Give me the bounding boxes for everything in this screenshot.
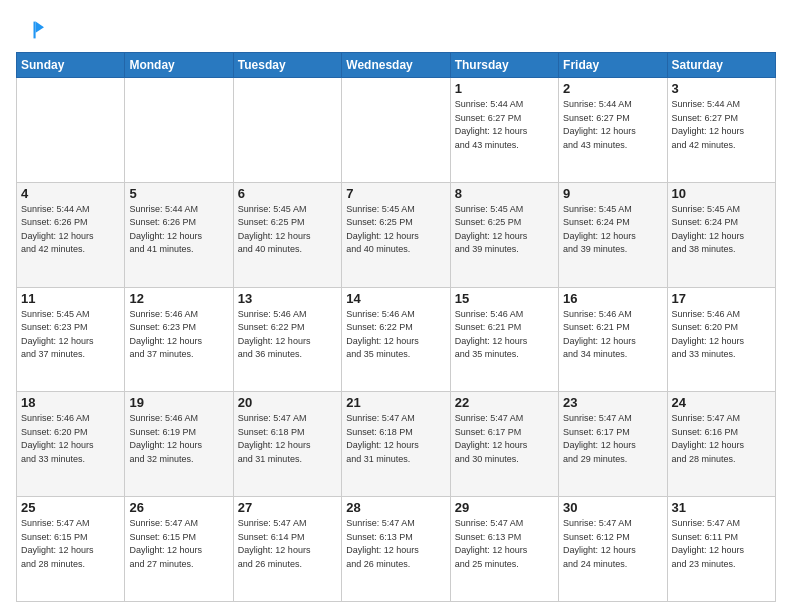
day-number: 9 xyxy=(563,186,662,201)
day-cell: 5Sunrise: 5:44 AM Sunset: 6:26 PM Daylig… xyxy=(125,182,233,287)
day-info: Sunrise: 5:46 AM Sunset: 6:19 PM Dayligh… xyxy=(129,412,228,466)
day-cell: 23Sunrise: 5:47 AM Sunset: 6:17 PM Dayli… xyxy=(559,392,667,497)
day-cell: 20Sunrise: 5:47 AM Sunset: 6:18 PM Dayli… xyxy=(233,392,341,497)
day-cell: 3Sunrise: 5:44 AM Sunset: 6:27 PM Daylig… xyxy=(667,78,775,183)
day-number: 3 xyxy=(672,81,771,96)
day-cell: 27Sunrise: 5:47 AM Sunset: 6:14 PM Dayli… xyxy=(233,497,341,602)
day-info: Sunrise: 5:47 AM Sunset: 6:17 PM Dayligh… xyxy=(455,412,554,466)
weekday-thursday: Thursday xyxy=(450,53,558,78)
day-info: Sunrise: 5:47 AM Sunset: 6:15 PM Dayligh… xyxy=(129,517,228,571)
header xyxy=(16,16,776,44)
weekday-sunday: Sunday xyxy=(17,53,125,78)
weekday-header-row: SundayMondayTuesdayWednesdayThursdayFrid… xyxy=(17,53,776,78)
day-number: 26 xyxy=(129,500,228,515)
day-cell: 19Sunrise: 5:46 AM Sunset: 6:19 PM Dayli… xyxy=(125,392,233,497)
week-row-2: 4Sunrise: 5:44 AM Sunset: 6:26 PM Daylig… xyxy=(17,182,776,287)
week-row-3: 11Sunrise: 5:45 AM Sunset: 6:23 PM Dayli… xyxy=(17,287,776,392)
day-number: 21 xyxy=(346,395,445,410)
page: SundayMondayTuesdayWednesdayThursdayFrid… xyxy=(0,0,792,612)
day-cell: 2Sunrise: 5:44 AM Sunset: 6:27 PM Daylig… xyxy=(559,78,667,183)
day-cell: 17Sunrise: 5:46 AM Sunset: 6:20 PM Dayli… xyxy=(667,287,775,392)
day-number: 8 xyxy=(455,186,554,201)
weekday-saturday: Saturday xyxy=(667,53,775,78)
day-cell: 25Sunrise: 5:47 AM Sunset: 6:15 PM Dayli… xyxy=(17,497,125,602)
day-number: 4 xyxy=(21,186,120,201)
day-number: 23 xyxy=(563,395,662,410)
day-number: 30 xyxy=(563,500,662,515)
day-info: Sunrise: 5:47 AM Sunset: 6:17 PM Dayligh… xyxy=(563,412,662,466)
day-number: 27 xyxy=(238,500,337,515)
day-info: Sunrise: 5:46 AM Sunset: 6:23 PM Dayligh… xyxy=(129,308,228,362)
day-info: Sunrise: 5:45 AM Sunset: 6:24 PM Dayligh… xyxy=(563,203,662,257)
day-number: 11 xyxy=(21,291,120,306)
day-cell xyxy=(233,78,341,183)
day-info: Sunrise: 5:46 AM Sunset: 6:21 PM Dayligh… xyxy=(563,308,662,362)
day-cell: 16Sunrise: 5:46 AM Sunset: 6:21 PM Dayli… xyxy=(559,287,667,392)
day-cell: 18Sunrise: 5:46 AM Sunset: 6:20 PM Dayli… xyxy=(17,392,125,497)
day-number: 13 xyxy=(238,291,337,306)
day-cell: 30Sunrise: 5:47 AM Sunset: 6:12 PM Dayli… xyxy=(559,497,667,602)
day-info: Sunrise: 5:45 AM Sunset: 6:25 PM Dayligh… xyxy=(455,203,554,257)
day-number: 7 xyxy=(346,186,445,201)
day-cell: 10Sunrise: 5:45 AM Sunset: 6:24 PM Dayli… xyxy=(667,182,775,287)
day-info: Sunrise: 5:45 AM Sunset: 6:23 PM Dayligh… xyxy=(21,308,120,362)
day-cell: 14Sunrise: 5:46 AM Sunset: 6:22 PM Dayli… xyxy=(342,287,450,392)
day-cell: 6Sunrise: 5:45 AM Sunset: 6:25 PM Daylig… xyxy=(233,182,341,287)
day-cell: 7Sunrise: 5:45 AM Sunset: 6:25 PM Daylig… xyxy=(342,182,450,287)
day-info: Sunrise: 5:46 AM Sunset: 6:20 PM Dayligh… xyxy=(21,412,120,466)
weekday-wednesday: Wednesday xyxy=(342,53,450,78)
day-number: 16 xyxy=(563,291,662,306)
day-info: Sunrise: 5:44 AM Sunset: 6:26 PM Dayligh… xyxy=(21,203,120,257)
day-number: 6 xyxy=(238,186,337,201)
day-number: 18 xyxy=(21,395,120,410)
calendar-table: SundayMondayTuesdayWednesdayThursdayFrid… xyxy=(16,52,776,602)
day-info: Sunrise: 5:45 AM Sunset: 6:25 PM Dayligh… xyxy=(346,203,445,257)
day-number: 22 xyxy=(455,395,554,410)
day-info: Sunrise: 5:45 AM Sunset: 6:24 PM Dayligh… xyxy=(672,203,771,257)
day-info: Sunrise: 5:47 AM Sunset: 6:14 PM Dayligh… xyxy=(238,517,337,571)
day-cell: 4Sunrise: 5:44 AM Sunset: 6:26 PM Daylig… xyxy=(17,182,125,287)
day-info: Sunrise: 5:46 AM Sunset: 6:22 PM Dayligh… xyxy=(238,308,337,362)
day-number: 19 xyxy=(129,395,228,410)
day-cell: 24Sunrise: 5:47 AM Sunset: 6:16 PM Dayli… xyxy=(667,392,775,497)
day-cell xyxy=(125,78,233,183)
day-info: Sunrise: 5:46 AM Sunset: 6:21 PM Dayligh… xyxy=(455,308,554,362)
day-info: Sunrise: 5:47 AM Sunset: 6:13 PM Dayligh… xyxy=(346,517,445,571)
day-number: 2 xyxy=(563,81,662,96)
day-info: Sunrise: 5:47 AM Sunset: 6:16 PM Dayligh… xyxy=(672,412,771,466)
day-info: Sunrise: 5:46 AM Sunset: 6:20 PM Dayligh… xyxy=(672,308,771,362)
day-info: Sunrise: 5:47 AM Sunset: 6:18 PM Dayligh… xyxy=(346,412,445,466)
day-cell: 12Sunrise: 5:46 AM Sunset: 6:23 PM Dayli… xyxy=(125,287,233,392)
day-cell: 21Sunrise: 5:47 AM Sunset: 6:18 PM Dayli… xyxy=(342,392,450,497)
day-cell: 15Sunrise: 5:46 AM Sunset: 6:21 PM Dayli… xyxy=(450,287,558,392)
day-cell xyxy=(17,78,125,183)
day-info: Sunrise: 5:47 AM Sunset: 6:11 PM Dayligh… xyxy=(672,517,771,571)
week-row-1: 1Sunrise: 5:44 AM Sunset: 6:27 PM Daylig… xyxy=(17,78,776,183)
week-row-5: 25Sunrise: 5:47 AM Sunset: 6:15 PM Dayli… xyxy=(17,497,776,602)
weekday-tuesday: Tuesday xyxy=(233,53,341,78)
day-info: Sunrise: 5:47 AM Sunset: 6:13 PM Dayligh… xyxy=(455,517,554,571)
day-number: 31 xyxy=(672,500,771,515)
day-number: 29 xyxy=(455,500,554,515)
day-info: Sunrise: 5:47 AM Sunset: 6:15 PM Dayligh… xyxy=(21,517,120,571)
weekday-friday: Friday xyxy=(559,53,667,78)
day-number: 20 xyxy=(238,395,337,410)
day-cell: 8Sunrise: 5:45 AM Sunset: 6:25 PM Daylig… xyxy=(450,182,558,287)
day-cell: 9Sunrise: 5:45 AM Sunset: 6:24 PM Daylig… xyxy=(559,182,667,287)
weekday-monday: Monday xyxy=(125,53,233,78)
day-number: 12 xyxy=(129,291,228,306)
day-info: Sunrise: 5:47 AM Sunset: 6:18 PM Dayligh… xyxy=(238,412,337,466)
day-info: Sunrise: 5:46 AM Sunset: 6:22 PM Dayligh… xyxy=(346,308,445,362)
day-number: 24 xyxy=(672,395,771,410)
day-cell: 28Sunrise: 5:47 AM Sunset: 6:13 PM Dayli… xyxy=(342,497,450,602)
day-number: 10 xyxy=(672,186,771,201)
logo xyxy=(16,16,48,44)
day-number: 14 xyxy=(346,291,445,306)
day-number: 25 xyxy=(21,500,120,515)
day-info: Sunrise: 5:44 AM Sunset: 6:27 PM Dayligh… xyxy=(672,98,771,152)
day-info: Sunrise: 5:44 AM Sunset: 6:26 PM Dayligh… xyxy=(129,203,228,257)
day-number: 17 xyxy=(672,291,771,306)
week-row-4: 18Sunrise: 5:46 AM Sunset: 6:20 PM Dayli… xyxy=(17,392,776,497)
day-number: 15 xyxy=(455,291,554,306)
day-cell: 29Sunrise: 5:47 AM Sunset: 6:13 PM Dayli… xyxy=(450,497,558,602)
